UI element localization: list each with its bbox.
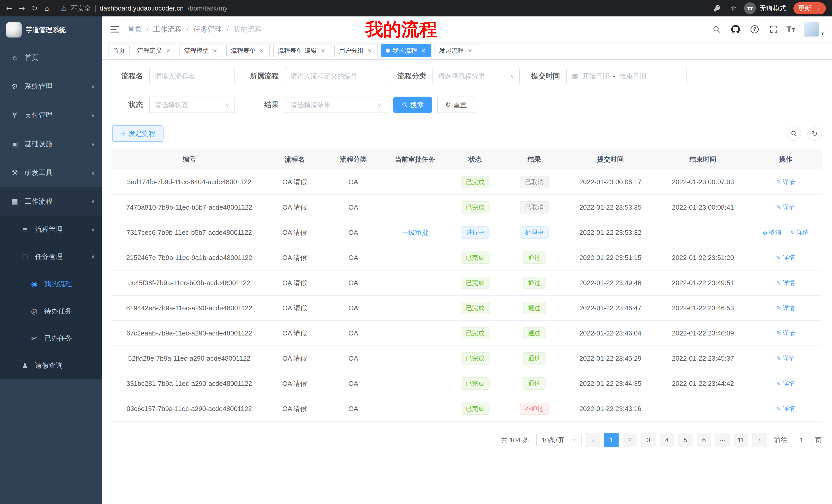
detail-link[interactable]: ✎详情: [777, 203, 795, 212]
page-button[interactable]: 1: [604, 433, 619, 447]
page-button[interactable]: 4: [660, 433, 674, 447]
tab[interactable]: 我的流程 ×: [381, 44, 432, 57]
prev-page-button[interactable]: ‹: [586, 433, 600, 447]
detail-link[interactable]: ✎详情: [777, 354, 795, 362]
tab[interactable]: 流程定义 ×: [133, 44, 176, 57]
password-key-icon[interactable]: [711, 1, 723, 16]
page-button[interactable]: 3: [641, 433, 656, 447]
next-page-button[interactable]: ›: [752, 433, 767, 447]
avatar[interactable]: [804, 22, 819, 37]
sidebar-item-task-management[interactable]: ⊟ 任务管理 ∧: [0, 243, 102, 270]
detail-icon: ✎: [777, 330, 781, 337]
tab[interactable]: 用户分组 ×: [334, 44, 378, 57]
sidebar-item-home[interactable]: ⌂ 首页: [0, 43, 102, 72]
tab[interactable]: 首页 ×: [108, 44, 130, 57]
page-button[interactable]: ···: [715, 433, 730, 447]
tab-close-icon[interactable]: ×: [211, 47, 218, 54]
detail-link[interactable]: ✎详情: [777, 279, 795, 287]
sidebar-item-done-tasks[interactable]: ✂ 已办任务: [0, 325, 102, 352]
status-select[interactable]: 请选择状态 ∨: [149, 96, 235, 113]
browser-update-button[interactable]: 更新 ⋮: [794, 2, 826, 15]
tab-close-icon[interactable]: ×: [258, 47, 265, 54]
reset-button[interactable]: ↻ 重置: [437, 96, 475, 113]
toggle-search-icon[interactable]: [787, 127, 801, 141]
category-placeholder: 请选择流程分类: [438, 72, 485, 81]
sidebar-item-process-management[interactable]: ≡ 流程管理 ∨: [0, 216, 102, 243]
sidebar-item-infra[interactable]: ▣ 基础设施 ∨: [0, 130, 102, 158]
tab-close-icon[interactable]: ×: [366, 47, 373, 54]
help-icon[interactable]: ?: [749, 22, 761, 36]
detail-link[interactable]: ✎详情: [777, 304, 795, 312]
avatar-caret-icon: ▾: [821, 30, 824, 37]
tab-close-icon[interactable]: ×: [164, 47, 172, 54]
incognito-badge[interactable]: 无痕模式: [744, 2, 786, 14]
tab[interactable]: 流程模型 ×: [179, 44, 223, 57]
page-size-select[interactable]: 10条/页 ∨: [536, 433, 581, 447]
process-def-input[interactable]: [285, 68, 387, 84]
app-logo[interactable]: 芋道管理系统: [0, 17, 102, 43]
breadcrumb-item[interactable]: 工作流程: [153, 24, 182, 34]
fullscreen-icon[interactable]: [768, 22, 780, 36]
refresh-table-icon[interactable]: ↻: [807, 127, 822, 141]
submit-time-range-picker[interactable]: ▦ 开始日期 - 结束日期: [566, 68, 687, 84]
search-icon[interactable]: [710, 22, 723, 36]
detail-link[interactable]: ✎详情: [777, 178, 795, 186]
process-table: 编号流程名流程分类当前审批任务状态结果提交时间结束时间操作 3ad174fb-7…: [112, 149, 822, 422]
search-button[interactable]: 搜索: [393, 96, 432, 113]
detail-link[interactable]: ✎详情: [777, 329, 795, 337]
page-button[interactable]: 2: [623, 433, 637, 447]
font-size-icon[interactable]: TT: [786, 25, 795, 34]
detail-link[interactable]: ✎详情: [777, 380, 795, 388]
cell-category: OA: [323, 220, 384, 245]
process-name-input[interactable]: [149, 68, 235, 84]
tab-close-icon[interactable]: ×: [466, 47, 474, 54]
cell-id: 52ffd28e-7b9a-11ec-a290-acde48001122: [112, 346, 266, 371]
cell-process-name: OA 请假: [266, 270, 323, 296]
browser-reload-icon[interactable]: ↻: [32, 4, 37, 12]
browser-forward-icon[interactable]: →: [19, 4, 25, 12]
cancel-link[interactable]: ⊘取消: [762, 228, 781, 236]
sidebar-item-system[interactable]: ⚙ 系统管理 ∨: [0, 72, 102, 101]
detail-link[interactable]: ✎详情: [777, 254, 795, 262]
breadcrumb-item[interactable]: 首页: [128, 24, 142, 34]
tab[interactable]: 流程表单-编辑 ×: [273, 44, 331, 57]
cell-id: 03c6c157-7b9a-11ec-a290-acde48001122: [112, 396, 266, 421]
browser-back-icon[interactable]: ←: [6, 4, 12, 12]
page-button[interactable]: 11: [734, 433, 748, 447]
sidebar-item-devtools[interactable]: ⚒ 研发工具 ∨: [0, 158, 102, 187]
tab[interactable]: 发起流程 ×: [435, 44, 478, 57]
page-button[interactable]: 6: [697, 433, 711, 447]
github-icon[interactable]: [729, 22, 742, 36]
create-process-button[interactable]: + 发起流程: [112, 125, 163, 142]
address-bar[interactable]: ⚠ 不安全 dashboard.yudao.iocoder.cn/bpm/tas…: [61, 4, 228, 13]
category-select[interactable]: 请选择流程分类 ∨: [433, 68, 520, 84]
sidebar-item-leave-query[interactable]: ♟ 请假查询: [0, 352, 102, 379]
cell-status: 已完成: [446, 346, 504, 371]
cell-status: 已完成: [446, 270, 504, 296]
sidebar-item-todo-tasks[interactable]: ◎ 待办任务: [0, 298, 102, 325]
task-link[interactable]: 一级审批: [401, 229, 428, 236]
sidebar-item-my-process[interactable]: ◉ 我的流程: [0, 270, 102, 298]
browser-menu-icon[interactable]: ⋮: [815, 5, 821, 12]
sidebar-item-workflow[interactable]: ▤ 工作流程 ∧: [0, 187, 102, 216]
goto-page-input[interactable]: [791, 433, 811, 447]
end-date-placeholder[interactable]: 结束日期: [619, 72, 646, 81]
hamburger-icon[interactable]: [110, 25, 119, 33]
result-select[interactable]: 请选择流结果 ∨: [285, 96, 387, 113]
bookmark-star-icon[interactable]: ☆: [730, 4, 737, 12]
detail-link[interactable]: ✎详情: [777, 404, 795, 413]
cell-current-task: [384, 346, 446, 371]
page-button[interactable]: 5: [678, 433, 693, 447]
cell-end-time: 2022-01-22 23:44:42: [656, 371, 750, 396]
status-tag: 进行中: [461, 226, 490, 239]
tab-close-icon[interactable]: ×: [319, 47, 327, 54]
cell-id: 7317cec6-7b9b-11ec-b5b7-acde48001122: [112, 220, 266, 245]
tab[interactable]: 流程表单 ×: [226, 44, 270, 57]
user-menu[interactable]: ▾: [804, 22, 824, 37]
start-date-placeholder[interactable]: 开始日期: [582, 72, 609, 81]
sidebar-item-payment[interactable]: ¥ 支付管理 ∨: [0, 101, 102, 130]
tab-close-icon[interactable]: ×: [420, 47, 427, 54]
breadcrumb-item[interactable]: 任务管理: [193, 24, 222, 34]
browser-home-icon[interactable]: ⌂: [44, 4, 49, 12]
detail-link[interactable]: ✎详情: [790, 228, 809, 236]
